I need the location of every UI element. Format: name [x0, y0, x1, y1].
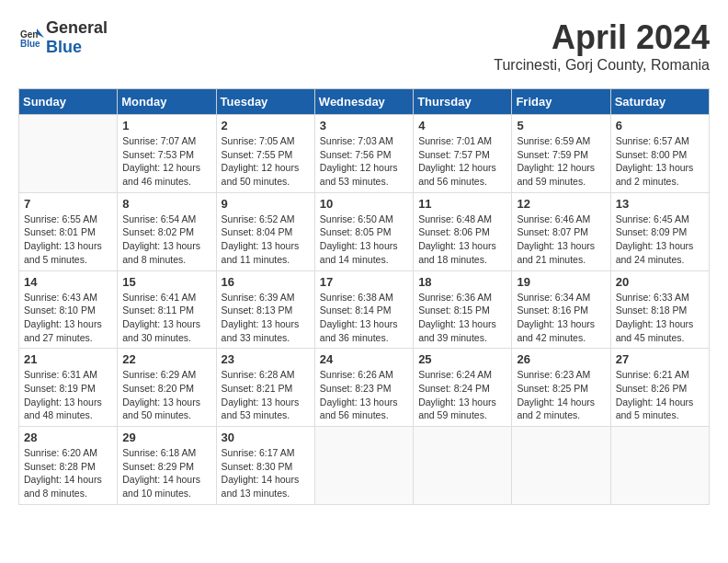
calendar-cell: 14Sunrise: 6:43 AM Sunset: 8:10 PM Dayli…: [19, 270, 118, 349]
day-info: Sunrise: 6:54 AM Sunset: 8:02 PM Dayligh…: [122, 213, 210, 267]
day-number: 10: [320, 197, 408, 211]
day-info: Sunrise: 6:17 AM Sunset: 8:30 PM Dayligh…: [222, 446, 310, 500]
day-info: Sunrise: 7:07 AM Sunset: 7:53 PM Dayligh…: [122, 134, 210, 189]
day-info: Sunrise: 7:05 AM Sunset: 7:55 PM Dayligh…: [222, 134, 310, 189]
weekday-header: Tuesday: [216, 89, 314, 115]
calendar-cell: 17Sunrise: 6:38 AM Sunset: 8:14 PM Dayli…: [314, 270, 413, 349]
calendar-cell: 1Sunrise: 7:07 AM Sunset: 7:53 PM Daylig…: [118, 115, 216, 193]
day-number: 8: [122, 197, 210, 211]
calendar-table: SundayMondayTuesdayWednesdayThursdayFrid…: [18, 88, 710, 505]
calendar-cell: 16Sunrise: 6:39 AM Sunset: 8:13 PM Dayli…: [216, 270, 314, 349]
calendar-cell: 7Sunrise: 6:55 AM Sunset: 8:01 PM Daylig…: [19, 192, 118, 270]
weekday-header: Wednesday: [314, 89, 413, 115]
day-number: 26: [517, 352, 605, 366]
day-info: Sunrise: 6:24 AM Sunset: 8:24 PM Dayligh…: [418, 368, 506, 422]
day-number: 9: [222, 197, 310, 211]
day-number: 30: [222, 431, 310, 444]
calendar-cell: 3Sunrise: 7:03 AM Sunset: 7:56 PM Daylig…: [314, 115, 413, 193]
day-info: Sunrise: 6:36 AM Sunset: 8:15 PM Dayligh…: [418, 291, 506, 345]
calendar-title: April 2024: [494, 18, 710, 57]
calendar-cell: 30Sunrise: 6:17 AM Sunset: 8:30 PM Dayli…: [216, 427, 314, 505]
day-number: 25: [418, 352, 506, 366]
calendar-cell: 19Sunrise: 6:34 AM Sunset: 8:16 PM Dayli…: [512, 270, 610, 349]
calendar-cell: [512, 427, 610, 505]
calendar-cell: 24Sunrise: 6:26 AM Sunset: 8:23 PM Dayli…: [314, 349, 413, 427]
day-info: Sunrise: 6:26 AM Sunset: 8:23 PM Dayligh…: [320, 368, 408, 422]
calendar-cell: 2Sunrise: 7:05 AM Sunset: 7:55 PM Daylig…: [216, 115, 314, 193]
calendar-week-row: 21Sunrise: 6:31 AM Sunset: 8:19 PM Dayli…: [19, 349, 710, 427]
weekday-header-row: SundayMondayTuesdayWednesdayThursdayFrid…: [19, 89, 710, 115]
calendar-week-row: 7Sunrise: 6:55 AM Sunset: 8:01 PM Daylig…: [19, 192, 710, 270]
calendar-week-row: 14Sunrise: 6:43 AM Sunset: 8:10 PM Dayli…: [19, 270, 710, 349]
calendar-cell: 10Sunrise: 6:50 AM Sunset: 8:05 PM Dayli…: [314, 192, 413, 270]
day-number: 4: [418, 119, 506, 132]
day-info: Sunrise: 6:23 AM Sunset: 8:25 PM Dayligh…: [517, 368, 605, 422]
calendar-cell: [414, 427, 512, 505]
day-number: 20: [616, 275, 704, 289]
calendar-cell: 26Sunrise: 6:23 AM Sunset: 8:25 PM Dayli…: [512, 349, 610, 427]
weekday-header: Friday: [512, 89, 610, 115]
weekday-header: Thursday: [414, 89, 512, 115]
day-number: 1: [122, 119, 210, 132]
calendar-cell: 9Sunrise: 6:52 AM Sunset: 8:04 PM Daylig…: [216, 192, 314, 270]
day-number: 28: [24, 431, 112, 444]
day-info: Sunrise: 6:39 AM Sunset: 8:13 PM Dayligh…: [222, 291, 310, 345]
day-info: Sunrise: 6:34 AM Sunset: 8:16 PM Dayligh…: [517, 291, 605, 345]
calendar-cell: 20Sunrise: 6:33 AM Sunset: 8:18 PM Dayli…: [610, 270, 709, 349]
day-info: Sunrise: 6:45 AM Sunset: 8:09 PM Dayligh…: [616, 213, 704, 267]
calendar-cell: 12Sunrise: 6:46 AM Sunset: 8:07 PM Dayli…: [512, 192, 610, 270]
calendar-cell: 29Sunrise: 6:18 AM Sunset: 8:29 PM Dayli…: [118, 427, 216, 505]
day-number: 12: [517, 197, 605, 211]
day-info: Sunrise: 6:52 AM Sunset: 8:04 PM Dayligh…: [222, 213, 310, 267]
weekday-header: Sunday: [19, 89, 118, 115]
title-section: April 2024 Turcinesti, Gorj County, Roma…: [494, 18, 710, 74]
day-number: 15: [122, 275, 210, 289]
day-info: Sunrise: 6:21 AM Sunset: 8:26 PM Dayligh…: [616, 368, 704, 422]
day-info: Sunrise: 6:20 AM Sunset: 8:28 PM Dayligh…: [24, 446, 112, 500]
day-number: 11: [418, 197, 506, 211]
calendar-cell: [19, 115, 118, 193]
svg-text:Blue: Blue: [20, 39, 40, 49]
day-info: Sunrise: 6:55 AM Sunset: 8:01 PM Dayligh…: [24, 213, 112, 267]
page-header: Gen Blue General Blue April 2024 Turcine…: [18, 18, 710, 74]
day-info: Sunrise: 6:29 AM Sunset: 8:20 PM Dayligh…: [122, 368, 210, 422]
logo-general: General: [46, 18, 108, 37]
day-number: 24: [320, 352, 408, 366]
calendar-cell: 8Sunrise: 6:54 AM Sunset: 8:02 PM Daylig…: [118, 192, 216, 270]
calendar-cell: 18Sunrise: 6:36 AM Sunset: 8:15 PM Dayli…: [414, 270, 512, 349]
calendar-cell: 27Sunrise: 6:21 AM Sunset: 8:26 PM Dayli…: [610, 349, 709, 427]
day-number: 17: [320, 275, 408, 289]
calendar-subtitle: Turcinesti, Gorj County, Romania: [494, 57, 710, 74]
logo-blue: Blue: [46, 38, 82, 56]
weekday-header: Saturday: [610, 89, 709, 115]
day-number: 7: [24, 197, 112, 211]
weekday-header: Monday: [118, 89, 216, 115]
calendar-cell: 21Sunrise: 6:31 AM Sunset: 8:19 PM Dayli…: [19, 349, 118, 427]
day-number: 2: [222, 119, 310, 132]
day-number: 18: [418, 275, 506, 289]
day-info: Sunrise: 6:57 AM Sunset: 8:00 PM Dayligh…: [616, 134, 704, 189]
calendar-cell: 25Sunrise: 6:24 AM Sunset: 8:24 PM Dayli…: [414, 349, 512, 427]
day-info: Sunrise: 6:31 AM Sunset: 8:19 PM Dayligh…: [24, 368, 112, 422]
day-number: 19: [517, 275, 605, 289]
day-info: Sunrise: 6:50 AM Sunset: 8:05 PM Dayligh…: [320, 213, 408, 267]
calendar-cell: [314, 427, 413, 505]
calendar-cell: 11Sunrise: 6:48 AM Sunset: 8:06 PM Dayli…: [414, 192, 512, 270]
day-info: Sunrise: 7:03 AM Sunset: 7:56 PM Dayligh…: [320, 134, 408, 189]
day-info: Sunrise: 6:59 AM Sunset: 7:59 PM Dayligh…: [517, 134, 605, 189]
calendar-cell: 15Sunrise: 6:41 AM Sunset: 8:11 PM Dayli…: [118, 270, 216, 349]
day-number: 29: [122, 431, 210, 444]
day-info: Sunrise: 6:38 AM Sunset: 8:14 PM Dayligh…: [320, 291, 408, 345]
day-number: 21: [24, 352, 112, 366]
day-info: Sunrise: 6:46 AM Sunset: 8:07 PM Dayligh…: [517, 213, 605, 267]
day-number: 27: [616, 352, 704, 366]
calendar-cell: 22Sunrise: 6:29 AM Sunset: 8:20 PM Dayli…: [118, 349, 216, 427]
day-info: Sunrise: 6:28 AM Sunset: 8:21 PM Dayligh…: [222, 368, 310, 422]
calendar-week-row: 28Sunrise: 6:20 AM Sunset: 8:28 PM Dayli…: [19, 427, 710, 505]
day-number: 6: [616, 119, 704, 132]
day-info: Sunrise: 6:41 AM Sunset: 8:11 PM Dayligh…: [122, 291, 210, 345]
calendar-cell: 4Sunrise: 7:01 AM Sunset: 7:57 PM Daylig…: [414, 115, 512, 193]
calendar-cell: 23Sunrise: 6:28 AM Sunset: 8:21 PM Dayli…: [216, 349, 314, 427]
day-number: 14: [24, 275, 112, 289]
day-number: 3: [320, 119, 408, 132]
